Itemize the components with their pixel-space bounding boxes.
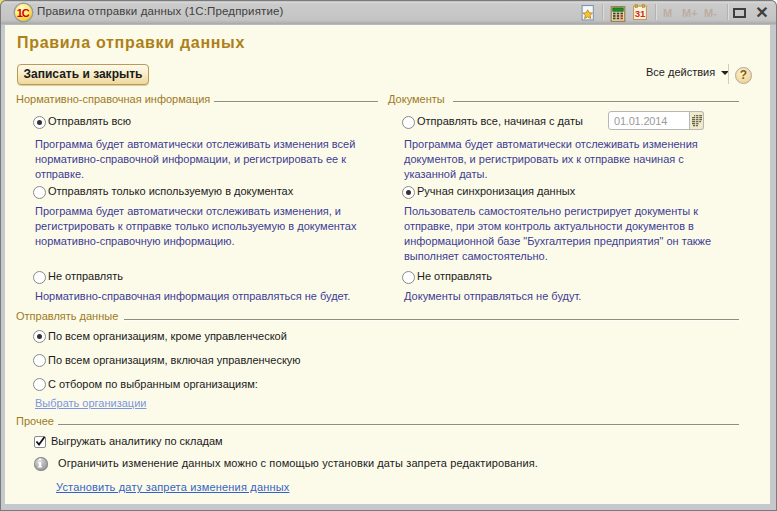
svg-text:31: 31 <box>635 8 646 19</box>
